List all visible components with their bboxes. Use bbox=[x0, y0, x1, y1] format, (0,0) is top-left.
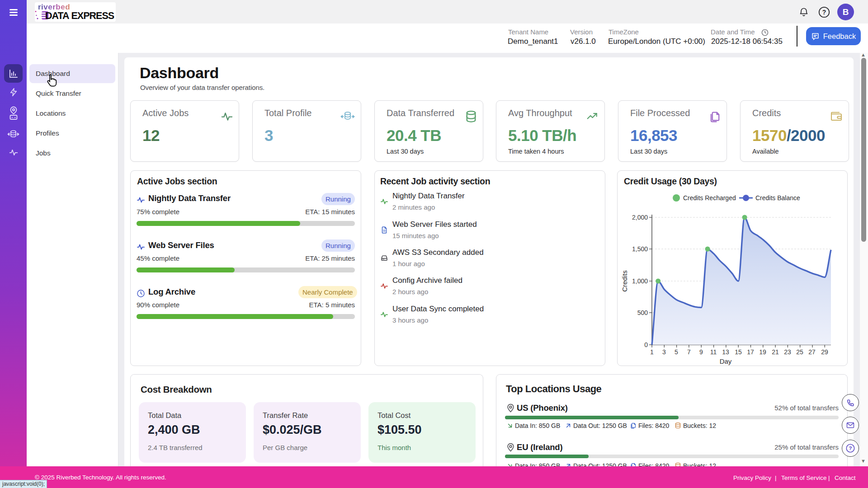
svg-text:Day: Day bbox=[720, 357, 732, 365]
svg-text:15: 15 bbox=[735, 348, 742, 356]
svg-text:25: 25 bbox=[796, 348, 803, 356]
svg-text:7: 7 bbox=[687, 348, 691, 356]
svg-text:Credits: Credits bbox=[621, 270, 628, 292]
svg-text:9: 9 bbox=[699, 348, 703, 356]
svg-text:0: 0 bbox=[644, 341, 648, 348]
svg-text:21: 21 bbox=[772, 348, 779, 356]
svg-text:19: 19 bbox=[759, 348, 766, 356]
svg-text:11: 11 bbox=[710, 348, 717, 356]
svg-text:3: 3 bbox=[662, 348, 666, 356]
svg-text:1: 1 bbox=[650, 348, 654, 356]
svg-text:Credits Balance: Credits Balance bbox=[755, 194, 800, 202]
svg-text:?: ? bbox=[849, 446, 852, 451]
svg-text:1,500: 1,500 bbox=[632, 245, 648, 253]
svg-text:27: 27 bbox=[808, 348, 816, 356]
svg-text:500: 500 bbox=[637, 309, 648, 316]
svg-text:?: ? bbox=[822, 9, 826, 16]
svg-text:17: 17 bbox=[747, 348, 754, 356]
svg-text:23: 23 bbox=[784, 348, 791, 356]
svg-text:29: 29 bbox=[821, 348, 828, 356]
svg-text:2,000: 2,000 bbox=[632, 214, 648, 221]
svg-text:1,000: 1,000 bbox=[632, 277, 648, 285]
svg-text:Credits Recharged: Credits Recharged bbox=[683, 194, 736, 202]
svg-text:5: 5 bbox=[675, 348, 678, 356]
svg-text:13: 13 bbox=[722, 348, 729, 356]
